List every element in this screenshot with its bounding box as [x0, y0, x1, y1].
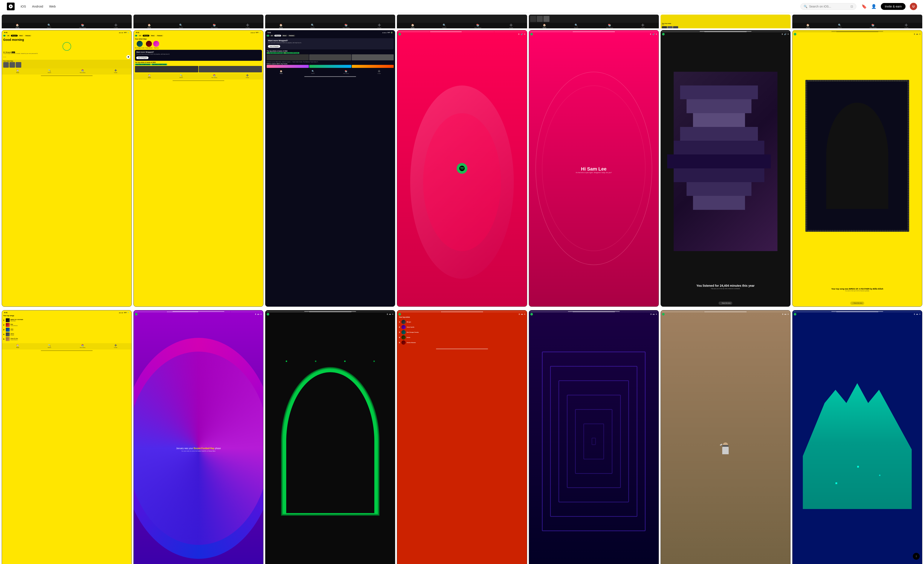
- speaker-icon-6[interactable]: 🔊: [784, 33, 786, 35]
- share-icon-6: ↑: [720, 302, 721, 304]
- dj-wrapped-content: Good morning DJ: Wrapped BETA A trip thr…: [2, 37, 132, 60]
- january-desc: You were really into artists like Drake,…: [182, 450, 216, 452]
- phone-real-photo[interactable]: ⏸ ⏭ ✕: [660, 310, 790, 564]
- share-story-btn-6[interactable]: ↑ Share this story: [718, 302, 732, 305]
- search-bar[interactable]: 🔍 ⊡: [801, 3, 856, 10]
- forward-icon-r2-4[interactable]: ⏭: [521, 313, 523, 315]
- song-item-5: 5 Close To You Gracie Abrams: [3, 337, 130, 341]
- pause-icon-r2-2[interactable]: ⏸: [255, 313, 256, 315]
- profile-circle-icon[interactable]: 👤: [871, 4, 876, 9]
- pause-icon-4[interactable]: ⏸: [518, 33, 520, 35]
- phone-top-songs[interactable]: 9:41 ▲▲▲WiFi🔋 Your top songs 1 BIRDS OF …: [2, 310, 132, 564]
- bottom-nav-7: 🏠Home 🔍Search 📚Your Library ➕Create: [792, 23, 922, 28]
- scan-icon: ⊡: [850, 5, 853, 8]
- editors-bar: [267, 65, 394, 68]
- phone-minutes[interactable]: ⏸ 🔊 ✕: [660, 30, 790, 307]
- close-icon-4[interactable]: ✕: [524, 33, 526, 35]
- bookmark-icon[interactable]: 🔖: [861, 4, 867, 9]
- play-button-1[interactable]: [126, 55, 130, 59]
- search-input[interactable]: [809, 5, 849, 8]
- speaker-icon-5[interactable]: 🔊: [652, 33, 655, 35]
- partial-phone-4[interactable]: 🏠Home 🔍Search 📚Your Library ➕Create: [397, 15, 527, 28]
- partial-phone-5[interactable]: 🏠Home 🔍Search 📚Your Library ➕Create: [529, 15, 659, 28]
- phone-805[interactable]: ⏸ ⏭ ✕: [265, 310, 395, 564]
- forward-icon-r2-2[interactable]: ⏭: [257, 313, 260, 315]
- pause-icon-6[interactable]: ⏸: [782, 33, 783, 35]
- close-icon-r2-3[interactable]: ✕: [392, 313, 394, 315]
- speaker-icon-4[interactable]: 🔊: [520, 33, 523, 35]
- phone-top-artists[interactable]: ⏸ ⏭ ✕ Your top artists 1 Mk.gee 2: [397, 310, 527, 564]
- pause-icon-r2-6[interactable]: ⏸: [782, 313, 784, 315]
- birds-title: Your top song was BIRDS OF A FEATHER by …: [794, 288, 921, 290]
- partial-phone-3[interactable]: 🏠Home 🔍Search 📚Your Library ➕Create: [265, 15, 395, 28]
- phone-artist-clips[interactable]: 9:41 ▲▲▲WiFi🔋 S All Wrapped Music Podcas…: [134, 30, 264, 307]
- bottom-nav-3: 🏠Home 🔍Search 📚Your Library ➕Create: [265, 23, 395, 28]
- invite-earn-button[interactable]: Invite & earn: [881, 3, 906, 10]
- phone-january[interactable]: ⏸ ⏭ ✕ January was your Boujee Football R…: [134, 310, 264, 564]
- partial-phone-6[interactable]: Your top songs 2024: [660, 15, 790, 28]
- page-wrapper: iOS Android Web 🔍 ⊡ 🔖 👤 Invite & earn U …: [0, 0, 924, 564]
- close-icon-r2-4[interactable]: ✕: [524, 313, 526, 315]
- pause-icon-r2-7[interactable]: ⏸: [914, 313, 915, 315]
- minutes-subtitle: That puts you in the top 15% of listener…: [663, 288, 789, 289]
- share-story-btn-7[interactable]: ↑ Share this story: [850, 302, 864, 305]
- close-icon-r2-2[interactable]: ✕: [260, 313, 262, 315]
- forward-icon-r2-3[interactable]: ⏭: [389, 313, 391, 315]
- phone-birds[interactable]: ⏸ ⏭ ✕ Your top song was BIRDS: [792, 30, 922, 307]
- nav-ios[interactable]: iOS: [21, 4, 26, 8]
- avatar[interactable]: U: [910, 3, 917, 10]
- artist-item-4: 4 Drake: [399, 335, 525, 340]
- close-icon-7[interactable]: ✕: [919, 33, 921, 35]
- song-item-1: 1 BIRDS OF A FEATHER Billie Eilish: [3, 318, 130, 323]
- bottom-nav-phone1: 🏠Home 🔍Search 📚Your Library ➕Create: [2, 68, 132, 75]
- artist-item-2: 2 Omar Apollo: [399, 325, 525, 330]
- artist-item-5: 5 Gracie Abrams: [399, 340, 525, 345]
- january-text: January was your Boujee Football Rap pha…: [174, 447, 223, 450]
- forward-icon-r2-6[interactable]: ⏭: [784, 313, 786, 315]
- scroll-to-top-button[interactable]: ↑: [913, 553, 920, 560]
- phone-oh-looks[interactable]: ⏸ ⏭ ✕ O: [529, 310, 659, 564]
- clip-thumb-2: [9, 62, 15, 68]
- forward-icon-r2-7[interactable]: ⏭: [916, 313, 918, 315]
- forward-icon-r2-5[interactable]: ⏭: [653, 313, 655, 315]
- pause-icon-r2-3[interactable]: ⏸: [386, 313, 388, 315]
- top-partial-row: 🏠Home 🔍Search 📚Your Library ➕Create 🏠Hom…: [0, 13, 924, 28]
- ask-ai-btn-3[interactable]: Ask AI Playlist: [268, 45, 280, 48]
- birds-subtitle: You were in the top 0.01% of listeners g…: [794, 290, 921, 292]
- nav-right: 🔖 👤 Invite & earn U: [861, 3, 917, 10]
- artist-item-3: 3 Rex Orange County: [399, 330, 525, 335]
- minutes-title: You listened for 24,404 minutes this yea…: [663, 284, 789, 287]
- close-icon-6[interactable]: ✕: [788, 33, 789, 35]
- close-icon-r2-5[interactable]: ✕: [656, 313, 657, 315]
- pause-icon-r2-5[interactable]: ⏸: [650, 313, 652, 315]
- nav-web[interactable]: Web: [49, 4, 56, 8]
- phone-dj-wrapped[interactable]: 9:41 ▲▲▲WiFi🔋 S All Wrapped Music Podcas…: [2, 30, 132, 307]
- phone-thanks[interactable]: ⏸ ⏭ ✕ Thanks for coming along for the ri…: [792, 310, 922, 564]
- close-icon-5[interactable]: ✕: [656, 33, 657, 35]
- forward-icon-7[interactable]: ⏭: [916, 33, 918, 35]
- phone-want-more[interactable]: 9:41 ▲▲▲WiFi🔋 S All Wrapped Music Podcas…: [265, 30, 395, 307]
- share-icon-7: ↑: [852, 302, 853, 304]
- close-icon-r2-7[interactable]: ✕: [919, 313, 921, 315]
- close-icon-r2-6[interactable]: ✕: [788, 313, 789, 315]
- ask-ai-btn-2[interactable]: Ask AI Playlist: [136, 57, 148, 59]
- pause-icon-7[interactable]: ⏸: [914, 33, 915, 35]
- bottom-nav-phone2: 🏠Home 🔍Search 📚Your Library ➕Create: [134, 73, 263, 79]
- song-item-3: 3 Juna Clairo: [3, 327, 130, 332]
- partial-phone-1[interactable]: 🏠Home 🔍Search 📚Your Library ➕Create: [2, 15, 132, 28]
- partial-phone-2[interactable]: 🏠Home 🔍Search 📚Your Library ➕Create: [134, 15, 264, 28]
- top-songs-content: Your top songs 1 BIRDS OF A FEATHER Bill…: [2, 314, 132, 343]
- phone-story-pink[interactable]: ⏸ 🔊 ✕: [397, 30, 527, 307]
- logo[interactable]: [7, 3, 15, 10]
- partial-phone-7[interactable]: 🏠Home 🔍Search 📚Your Library ➕Create: [792, 15, 922, 28]
- nav-android[interactable]: Android: [32, 4, 43, 8]
- pause-icon-5[interactable]: ⏸: [650, 33, 651, 35]
- hi-sam-subtitle: It's that time of year again. Wrapped's …: [576, 172, 612, 174]
- phone-hi-sam[interactable]: ⏸ 🔊 ✕ Hi Sam Lee It's that time of year …: [529, 30, 659, 307]
- tabs-3: S All Wrapped Music Podcasts: [266, 34, 395, 37]
- hi-sam-title: Hi Sam Lee: [581, 166, 607, 172]
- artist-item-1: 1 Mk.gee: [399, 319, 525, 325]
- status-bar-r2-1: 9:41 ▲▲▲WiFi🔋: [2, 310, 132, 314]
- status-bar-3: 9:41 ▲▲▲WiFi🔋: [266, 30, 395, 34]
- pause-icon-r2-4[interactable]: ⏸: [518, 313, 520, 315]
